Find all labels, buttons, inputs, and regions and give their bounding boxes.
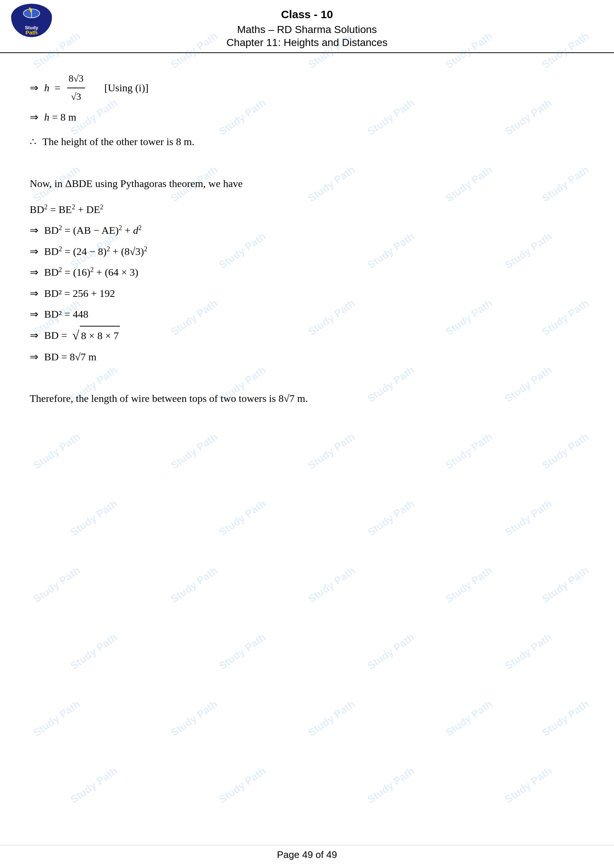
logo-path-text: Path	[26, 29, 38, 36]
watermark-48: Study Path	[443, 698, 495, 739]
page-info: Page 49 of 49	[277, 849, 337, 860]
header-subject: Maths – RD Sharma Solutions	[0, 22, 614, 37]
watermark-45: Study Path	[31, 698, 82, 739]
watermark-40: Study Path	[540, 564, 591, 605]
fraction-numerator: 8√3	[67, 70, 85, 88]
main-content: ⇒ h = 8√3 √3 [Using (i)] ⇒ h = 8 m ∴ The…	[0, 53, 614, 445]
implies-4: ⇒	[30, 242, 38, 261]
bd-sqrt-label: BD =	[44, 326, 67, 345]
pythagoras-intro: Now, in ΔBDE using Pythagoras theorem, w…	[30, 174, 584, 193]
bd-256-192-text: BD² = 256 + 192	[44, 284, 115, 303]
watermark-51: Study Path	[217, 765, 268, 806]
equals-sign-1: =	[54, 79, 60, 97]
logo-icon	[22, 7, 41, 20]
watermark-34: Study Path	[365, 498, 417, 538]
watermark-33: Study Path	[217, 498, 268, 538]
watermark-44: Study Path	[502, 631, 554, 672]
equation-bd-8sqrt7: ⇒ BD = 8√7 m	[30, 348, 584, 366]
bd-ab-ae-text: BD2 = (AB − AE)2 + d2	[44, 221, 142, 240]
watermark-49: Study Path	[540, 698, 591, 739]
implies-1: ⇒	[30, 79, 38, 97]
fraction-denominator: √3	[70, 88, 82, 106]
watermark-41: Study Path	[68, 631, 119, 672]
sqrt-symbol: √	[72, 329, 79, 342]
sqrt-expression: √ 8 × 8 × 7	[72, 326, 120, 345]
watermark-43: Study Path	[365, 631, 417, 672]
equation-bd-sqrt: ⇒ BD = √ 8 × 8 × 7	[30, 326, 584, 345]
implies-8: ⇒	[30, 326, 38, 345]
implies-9: ⇒	[30, 348, 38, 366]
bd-24-8-text: BD2 = (24 − 8)2 + (8√3)2	[44, 242, 147, 261]
bd-8sqrt7-text: BD = 8√7 m	[44, 348, 96, 366]
header-class: Class - 10	[0, 7, 614, 22]
equation-h-8m: ⇒ h = 8 m	[30, 108, 584, 127]
page: Study Path Class - 10 Maths – RD Sharma …	[0, 0, 614, 868]
watermark-42: Study Path	[217, 631, 268, 672]
implies-6: ⇒	[30, 284, 38, 303]
therefore-symbol: ∴	[30, 132, 36, 151]
bd-16-64-text: BD2 = (16)2 + (64 × 3)	[44, 263, 138, 282]
implies-7: ⇒	[30, 305, 38, 324]
watermark-37: Study Path	[169, 564, 220, 605]
h-8m-text: h = 8 m	[44, 108, 76, 127]
watermark-38: Study Path	[306, 564, 357, 605]
implies-2: ⇒	[30, 108, 38, 127]
watermark-52: Study Path	[365, 765, 417, 806]
equation-bd-256-192: ⇒ BD² = 256 + 192	[30, 284, 584, 303]
therefore-height-statement: ∴ The height of the other tower is 8 m.	[30, 132, 584, 151]
fraction-8sqrt3-sqrt3: 8√3 √3	[67, 70, 85, 106]
logo: Study Path	[11, 4, 52, 37]
implies-5: ⇒	[30, 263, 38, 282]
equation-bd-be-de: BD2 = BE2 + DE2	[30, 200, 584, 219]
watermark-32: Study Path	[68, 498, 119, 538]
equation-bd-448: ⇒ BD² = 448	[30, 305, 584, 324]
watermark-47: Study Path	[306, 698, 357, 739]
bd2-eq1: BD2 = BE2 + DE2	[30, 200, 104, 219]
header: Study Path Class - 10 Maths – RD Sharma …	[0, 0, 614, 53]
watermark-46: Study Path	[169, 698, 220, 739]
equation-bd-ab-ae: ⇒ BD2 = (AB − AE)2 + d2	[30, 221, 584, 240]
using-i-note: [Using (i)]	[104, 79, 149, 97]
conclusion-text: Therefore, the length of wire between to…	[30, 389, 584, 408]
header-chapter: Chapter 11: Heights and Distances	[0, 37, 614, 49]
h-equals: h	[44, 79, 50, 97]
watermark-36: Study Path	[31, 564, 82, 605]
watermark-39: Study Path	[443, 564, 495, 605]
watermark-35: Study Path	[502, 498, 554, 538]
logo-circle: Study Path	[11, 4, 52, 37]
equation-bd-24-8: ⇒ BD2 = (24 − 8)2 + (8√3)2	[30, 242, 584, 261]
equation-h-fraction: ⇒ h = 8√3 √3 [Using (i)]	[30, 70, 584, 106]
watermark-53: Study Path	[502, 765, 554, 806]
implies-3: ⇒	[30, 221, 38, 240]
equation-bd-16-64: ⇒ BD2 = (16)2 + (64 × 3)	[30, 263, 584, 282]
sqrt-content: 8 × 8 × 7	[80, 326, 120, 345]
height-statement-text: The height of the other tower is 8 m.	[42, 132, 194, 151]
footer: Page 49 of 49	[0, 845, 614, 860]
watermark-50: Study Path	[68, 765, 119, 806]
bd-448-text: BD² = 448	[44, 305, 88, 324]
